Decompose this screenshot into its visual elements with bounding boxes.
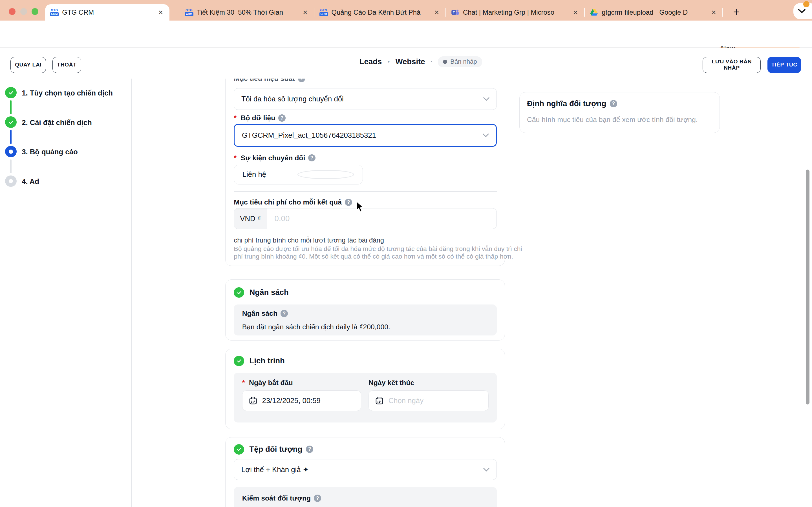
sidebar-step-ad-set[interactable]: 3. Bộ quảng cáo xyxy=(22,148,78,156)
schedule-section-title: Lịch trình xyxy=(249,356,285,365)
breadcrumb: Leads • Website • Bản nháp xyxy=(359,56,482,67)
back-to-previous-button[interactable]: QUAY LẠI xyxy=(10,57,46,73)
help-icon[interactable]: ? xyxy=(278,114,286,122)
budget-summary-box: Ngân sách ? Bạn đặt ngân sách chiến dịch… xyxy=(234,304,497,335)
cost-helper-title: chi phí trung bình cho mỗi lượt tương tá… xyxy=(234,236,384,244)
help-icon[interactable]: ? xyxy=(345,199,352,206)
label-text: Ngân sách xyxy=(242,309,277,318)
help-icon[interactable]: ? xyxy=(308,154,315,162)
tab-separator xyxy=(722,8,723,17)
sidebar-step-campaign-option[interactable]: 1. Tùy chọn tạo chiến dịch xyxy=(22,89,113,97)
tab-title: Tiết Kiệm 30–50% Thời Gian xyxy=(197,8,298,16)
gtgcrm-favicon-icon: GTGCRM xyxy=(319,8,327,16)
tab-search-button[interactable] xyxy=(794,3,812,19)
dataset-select[interactable]: GTGCRM_Pixel_act_1056764203185321 xyxy=(234,124,497,147)
window-minimize-button[interactable] xyxy=(20,8,27,15)
calendar-icon xyxy=(249,396,257,405)
date-value: 23/12/2025, 00:59 xyxy=(262,397,320,405)
tab-title: Quảng Cáo Đa Kênh Bứt Phá xyxy=(331,8,429,16)
tab-quang-cao[interactable]: GTGCRM Quảng Cáo Đa Kênh Bứt Phá × xyxy=(314,4,446,21)
screen: { "glyphs": { "close": "×", "new_tab": "… xyxy=(0,0,812,507)
step-connector xyxy=(10,100,12,114)
budget-box-text: Bạn đặt ngân sách chiến dịch daily là ₫2… xyxy=(242,323,390,331)
audience-definition-text: Cấu hình mục tiêu của bạn để xem ước tín… xyxy=(527,116,698,124)
audience-definition-title: Định nghĩa đối tượng ? xyxy=(527,99,617,108)
check-circle-icon xyxy=(234,444,244,455)
conversion-event-label: * Sự kiện chuyển đổi ? xyxy=(234,154,315,162)
tab-close-icon[interactable]: × xyxy=(302,8,309,16)
label-text: Sự kiện chuyển đổi xyxy=(241,154,305,162)
required-asterisk: * xyxy=(234,114,237,122)
dataset-label: * Bộ dữ liệu ? xyxy=(234,114,286,122)
mouse-cursor xyxy=(356,201,364,215)
help-icon[interactable]: ? xyxy=(306,446,313,453)
continue-button[interactable]: TIẾP TỤC xyxy=(767,57,801,73)
sidebar-divider xyxy=(131,78,132,507)
conversion-event-chip[interactable]: Liên hệ xyxy=(234,165,363,184)
calendar-icon xyxy=(375,396,384,405)
breadcrumb-separator: • xyxy=(388,58,390,65)
tab-close-icon[interactable]: × xyxy=(434,8,441,16)
sidebar-step-ad[interactable]: 4. Ad xyxy=(22,177,39,186)
chevron-down-icon xyxy=(798,8,806,13)
start-date-field[interactable]: 23/12/2025, 00:59 xyxy=(242,390,361,411)
page-scrollbar[interactable] xyxy=(806,170,809,404)
audience-definition-card: Định nghĩa đối tượng ? Cấu hình mục tiêu… xyxy=(519,92,720,133)
tab-close-icon[interactable]: × xyxy=(157,8,164,16)
cost-goal-inputgroup: VND ₫ xyxy=(234,208,497,229)
label-text: Mục tiêu chi phí cho mỗi kết quả xyxy=(234,198,342,206)
tab-google-drive[interactable]: gtgcrm-fileupload - Google D × xyxy=(585,4,723,21)
tab-teams-chat[interactable]: T Chat | Marketing Grp | Microso × xyxy=(446,4,584,21)
budget-section-title: Ngân sách xyxy=(249,288,289,297)
tab-tiet-kiem[interactable]: GTGCRM Tiết Kiệm 30–50% Thời Gian × xyxy=(180,4,314,21)
chevron-down-icon xyxy=(483,133,489,137)
end-date-label: Ngày kết thúc xyxy=(368,379,414,387)
end-date-field[interactable]: Chọn ngày xyxy=(368,390,489,411)
update-notification-dot xyxy=(803,1,809,7)
cost-helper-line: phí trung bình khoảng ₫0. Một số kết quả… xyxy=(234,252,513,260)
sidebar-step-campaign-settings[interactable]: 2. Cài đặt chiến dịch xyxy=(22,119,92,127)
budget-box-label: Ngân sách ? xyxy=(242,309,288,318)
label-text: Tệp đối tượng xyxy=(249,445,302,454)
new-tab-button[interactable]: + xyxy=(729,5,744,19)
performance-goal-select[interactable]: Tối đa hóa số lượng chuyển đổi xyxy=(234,88,497,110)
help-icon[interactable]: ? xyxy=(281,310,288,317)
tab-close-icon[interactable]: × xyxy=(572,8,579,16)
cost-helper-line: Bộ quảng cáo được tối ưu hóa để tối đa h… xyxy=(234,245,522,252)
budget-card: Ngân sách Ngân sách ? Bạn đặt ngân sách … xyxy=(225,279,505,341)
chevron-down-icon xyxy=(483,467,490,472)
window-zoom-button[interactable] xyxy=(32,8,38,15)
label-text: Ngày bắt đầu xyxy=(249,379,293,387)
step-done-icon xyxy=(5,116,16,128)
save-draft-button[interactable]: LƯU VÀO BẢN NHÁP xyxy=(703,57,761,73)
tab-title: Chat | Marketing Grp | Microso xyxy=(463,8,568,16)
select-value: Lợi thế + Khán giả ✦ xyxy=(241,465,479,474)
divider xyxy=(234,191,497,192)
help-icon[interactable]: ? xyxy=(314,495,321,502)
tab-close-icon[interactable]: × xyxy=(710,8,717,16)
breadcrumb-lead: Leads xyxy=(359,57,382,66)
audience-select[interactable]: Lợi thế + Khán giả ✦ xyxy=(234,459,497,480)
cost-goal-label: Mục tiêu chi phí cho mỗi kết quả ? xyxy=(234,198,352,206)
google-drive-favicon-icon xyxy=(590,8,598,16)
exit-button[interactable]: THOÁT xyxy=(52,57,82,73)
chevron-down-icon xyxy=(483,97,490,101)
required-asterisk: * xyxy=(234,154,237,162)
label-text: Bộ dữ liệu xyxy=(241,114,275,122)
tab-gtg-crm[interactable]: GTGCRM GTG CRM × xyxy=(45,4,169,21)
label-text: Ngày kết thúc xyxy=(368,379,414,387)
schedule-box: * Ngày bắt đầu Ngày kết thúc 23/12/2025,… xyxy=(234,373,497,422)
cost-goal-input[interactable] xyxy=(267,209,497,228)
browser-tab-strip: GTGCRM GTG CRM × GTGCRM Tiết Kiệm 30–50%… xyxy=(0,0,812,20)
check-circle-icon xyxy=(234,287,244,298)
step-pending-icon xyxy=(5,175,16,187)
label-text: Kiểm soát đối tượng xyxy=(242,494,311,502)
step-done-icon xyxy=(5,87,16,98)
spinner-icon xyxy=(297,170,354,179)
tab-title: GTG CRM xyxy=(62,8,154,16)
gtgcrm-favicon-icon: GTGCRM xyxy=(50,8,58,16)
teams-favicon-icon: T xyxy=(451,8,459,16)
help-icon[interactable]: ? xyxy=(610,100,617,107)
window-close-button[interactable] xyxy=(9,8,15,15)
step-connector xyxy=(10,159,12,173)
